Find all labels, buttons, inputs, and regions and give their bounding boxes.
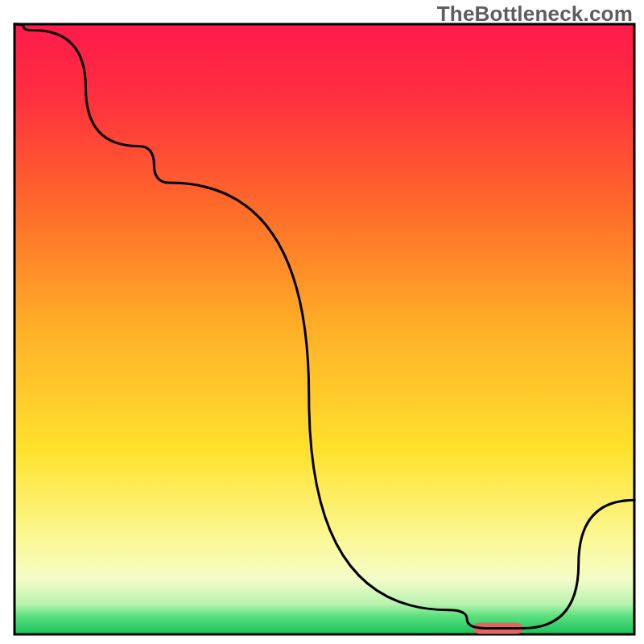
chart-stage: TheBottleneck.com bbox=[0, 0, 644, 644]
plot-background bbox=[14, 24, 634, 634]
bottleneck-chart bbox=[0, 0, 644, 644]
